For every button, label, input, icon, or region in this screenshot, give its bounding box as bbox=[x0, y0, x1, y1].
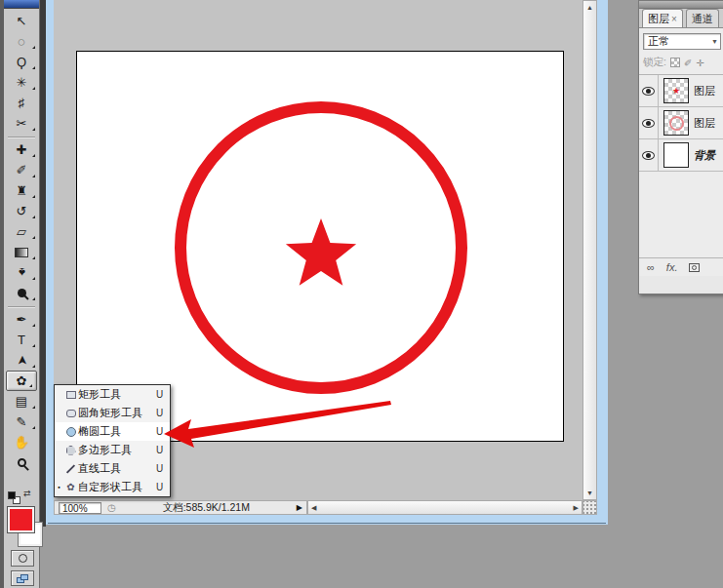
scroll-up-icon[interactable]: ▲ bbox=[586, 1, 593, 14]
menu-item-rectangle-tool[interactable]: 矩形工具 U bbox=[55, 385, 170, 404]
brush-tool-icon: ✐ bbox=[17, 164, 27, 176]
dropdown-arrow-icon: ▼ bbox=[711, 38, 720, 45]
gradient-tool-icon bbox=[15, 248, 28, 257]
blend-mode-value: 正常 bbox=[644, 34, 669, 49]
current-tool-bullet-icon: ▪ bbox=[55, 484, 63, 490]
move-tool-button[interactable]: ↖ bbox=[4, 11, 39, 31]
menu-shortcut: U bbox=[156, 408, 170, 418]
swap-colors-icon[interactable]: ⇄ bbox=[23, 489, 31, 498]
layer-name[interactable]: 背景 bbox=[694, 148, 715, 163]
eraser-tool-button[interactable]: ▱ bbox=[4, 221, 39, 242]
menu-item-line-tool[interactable]: 直线工具 U bbox=[55, 459, 170, 478]
menu-shortcut: U bbox=[156, 389, 170, 400]
layer-row-background[interactable]: 背景 bbox=[639, 139, 723, 172]
crop-tool-button[interactable]: ♯ bbox=[4, 93, 39, 113]
layers-empty-area bbox=[639, 172, 723, 257]
shape-tool-button[interactable]: ✿ bbox=[6, 371, 37, 391]
tab-close-icon[interactable]: × bbox=[671, 14, 677, 24]
add-layer-mask-icon[interactable] bbox=[689, 263, 700, 272]
notes-tool-button[interactable]: ▤ bbox=[4, 391, 39, 412]
menu-shortcut: U bbox=[156, 463, 170, 474]
default-fg-icon bbox=[8, 491, 16, 499]
zoom-tool-button[interactable] bbox=[4, 452, 39, 473]
screen-mode-icon bbox=[17, 574, 28, 583]
path-selection-tool-button[interactable]: ➤ bbox=[4, 350, 39, 371]
eyedropper-tool-button[interactable]: ✎ bbox=[4, 412, 39, 432]
panel-titlebar[interactable] bbox=[639, 1, 723, 9]
visibility-toggle[interactable] bbox=[639, 107, 659, 139]
visibility-toggle[interactable] bbox=[639, 75, 659, 107]
blur-tool-button[interactable]: ♠ bbox=[4, 262, 39, 283]
zoom-tool-icon bbox=[18, 458, 26, 467]
link-layers-icon[interactable]: ∞ bbox=[647, 261, 655, 273]
menu-item-rounded-rectangle-tool[interactable]: 圆角矩形工具 U bbox=[55, 404, 170, 422]
screen-mode-button[interactable] bbox=[11, 570, 34, 586]
layer-style-fx-icon[interactable]: fx. bbox=[666, 261, 678, 273]
blend-mode-select[interactable]: 正常 ▼ bbox=[643, 33, 721, 50]
document-canvas[interactable] bbox=[76, 51, 564, 442]
layer-row-star[interactable]: ★ 图层 bbox=[639, 75, 723, 107]
dodge-tool-button[interactable] bbox=[4, 283, 39, 303]
document-size-info: 文档:585.9K/1.21M bbox=[116, 501, 297, 515]
scroll-right-icon[interactable]: ▶ bbox=[571, 504, 582, 512]
foreground-color-swatch[interactable] bbox=[8, 507, 34, 532]
hand-tool-button[interactable]: ✋ bbox=[4, 432, 39, 452]
zoom-level-input[interactable]: 100% bbox=[59, 502, 101, 514]
slice-tool-icon: ✂ bbox=[17, 117, 27, 130]
quick-mask-button[interactable] bbox=[11, 550, 34, 567]
menu-shortcut: U bbox=[156, 426, 170, 437]
history-brush-tool-button[interactable]: ↺ bbox=[4, 201, 39, 221]
line-tool-icon bbox=[63, 468, 78, 470]
lock-label: 锁定: bbox=[643, 56, 666, 69]
lock-transparency-icon[interactable] bbox=[670, 58, 680, 67]
magic-wand-tool-button[interactable]: ✳ bbox=[4, 72, 39, 93]
toolbox-palette: ↖ ◌ Ϙ ✳ ♯ ✂ ✚ ✐ ♜ ↺ ▱ ♠ ✒ T ➤ ✿ ▤ ✎ ✋ ⇄ bbox=[4, 0, 40, 588]
toolbox-titlebar[interactable] bbox=[4, 0, 39, 9]
lock-position-icon[interactable]: ✛ bbox=[696, 58, 703, 68]
default-colors-button[interactable] bbox=[8, 491, 21, 504]
tab-channels[interactable]: 通道 bbox=[686, 9, 719, 27]
menu-shortcut: U bbox=[156, 445, 170, 455]
layer-row-circle[interactable]: 图层 bbox=[639, 107, 723, 139]
layer-name[interactable]: 图层 bbox=[694, 116, 715, 131]
layers-panel-body: 正常 ▼ 锁定: ✐ ✛ ★ 图层 图层 背景 ∞ fx. bbox=[639, 28, 723, 276]
visibility-toggle[interactable] bbox=[639, 139, 659, 172]
scroll-down-icon[interactable]: ▼ bbox=[586, 487, 593, 499]
menu-item-ellipse-tool[interactable]: 椭圆工具 U bbox=[55, 422, 170, 441]
shape-tool-flyout-menu: 矩形工具 U 圆角矩形工具 U 椭圆工具 U 多边形工具 U 直线工具 U ▪ … bbox=[54, 384, 171, 497]
custom-shape-tool-icon: ✿ bbox=[63, 482, 78, 492]
layer-name[interactable]: 图层 bbox=[694, 84, 715, 98]
pen-tool-icon: ✒ bbox=[17, 313, 27, 326]
red-star-shape bbox=[286, 218, 356, 286]
lock-options-row: 锁定: ✐ ✛ bbox=[639, 54, 723, 75]
type-tool-button[interactable]: T bbox=[4, 330, 39, 350]
menu-item-label: 椭圆工具 bbox=[78, 424, 156, 439]
polygon-tool-icon bbox=[63, 446, 78, 455]
brush-tool-button[interactable]: ✐ bbox=[4, 160, 39, 180]
lock-pixels-icon[interactable]: ✐ bbox=[684, 58, 692, 68]
gradient-tool-button[interactable] bbox=[4, 242, 39, 262]
circle-thumb-icon bbox=[669, 116, 684, 131]
menu-item-polygon-tool[interactable]: 多边形工具 U bbox=[55, 441, 170, 459]
layer-thumbnail-background[interactable] bbox=[663, 142, 689, 168]
spot-healing-brush-tool-button[interactable]: ✚ bbox=[4, 139, 39, 160]
menu-item-label: 多边形工具 bbox=[78, 443, 156, 457]
menu-item-custom-shape-tool[interactable]: ▪ ✿ 自定形状工具 U bbox=[55, 478, 170, 496]
status-popup-arrow-icon[interactable]: ▶ bbox=[297, 503, 306, 512]
elliptical-marquee-tool-button[interactable]: ◌ bbox=[4, 31, 39, 52]
lasso-tool-button[interactable]: Ϙ bbox=[4, 52, 39, 72]
menu-item-label: 直线工具 bbox=[78, 461, 156, 476]
toolbox-footer: ⇄ bbox=[4, 486, 39, 588]
scroll-left-icon[interactable]: ◀ bbox=[308, 504, 319, 512]
document-bottom-bar: 100% ◷ 文档:585.9K/1.21M ▶ ◀ ▶ bbox=[54, 500, 597, 515]
healing-brush-tool-icon: ✚ bbox=[17, 143, 27, 156]
clone-stamp-tool-button[interactable]: ♜ bbox=[4, 180, 39, 201]
layer-thumbnail-circle[interactable] bbox=[663, 110, 689, 136]
window-resize-grip[interactable] bbox=[582, 500, 597, 515]
horizontal-scrollbar[interactable]: ◀ ▶ bbox=[307, 500, 582, 515]
vertical-scrollbar[interactable]: ▲ ▼ bbox=[582, 0, 597, 500]
slice-tool-button[interactable]: ✂ bbox=[4, 113, 39, 134]
layer-thumbnail-star[interactable]: ★ bbox=[663, 78, 689, 103]
tab-layers[interactable]: 图层× bbox=[642, 9, 683, 27]
pen-tool-button[interactable]: ✒ bbox=[4, 309, 39, 330]
